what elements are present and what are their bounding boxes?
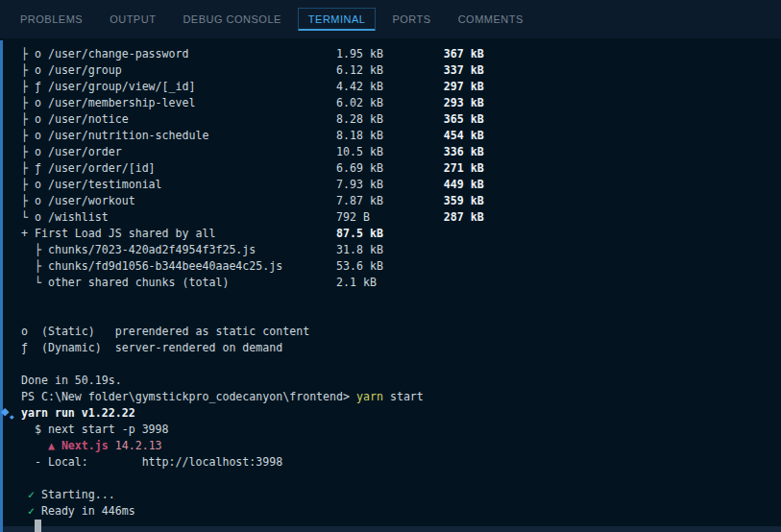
terminal-text-segment: ├ o /user/testimonial 7.93 kB [21, 178, 444, 191]
route-row: ├ o /user/order 10.5 kB 336 kB [21, 144, 781, 160]
tab-debug-console[interactable]: DEBUG CONSOLE [172, 8, 291, 31]
terminal-text-segment: o (Static) prerendered as static content [21, 325, 309, 338]
yarn-version-row: yarn run v1.22.22 [21, 405, 781, 422]
terminal-text-segment: 359 kB [444, 194, 484, 207]
terminal-view[interactable]: ◆ ◆ ├ o /user/change-password 1.95 kB 36… [0, 38, 781, 532]
route-row: └ o /wishlist 792 B 287 kB [21, 209, 781, 226]
terminal-text-segment: + First Load JS shared by all [21, 227, 336, 240]
route-row: ├ ƒ /user/order/[id] 6.69 kB 271 kB [21, 160, 781, 177]
terminal-text-segment: 297 kB [444, 80, 484, 93]
command-row: $ next start -p 3998 [21, 422, 781, 438]
check-icon: ✓ [28, 488, 35, 501]
done-row: Done in 50.19s. [21, 373, 781, 389]
terminal-text-segment: └ o /wishlist 792 B [21, 210, 444, 224]
terminal-left-decoration-bar [0, 40, 3, 532]
chunk-row: ├ chunks/7023-420ad2f4954f3f25.js 31.8 k… [21, 242, 781, 258]
terminal-text-segment: ├ o /user/membership-level 6.02 kB [21, 96, 444, 109]
terminal-text-segment: yarn [356, 390, 383, 403]
status-row: ✓ Ready in 446ms [21, 503, 781, 520]
status-row: ✓ Starting... [21, 487, 781, 503]
local-url-row: - Local: http://localhost:3998 [21, 454, 781, 471]
terminal-text-segment: ├ ƒ /user/group/view/[_id] 4.42 kB [21, 80, 444, 93]
terminal-text-segment: ƒ (Dynamic) server-rendered on demand [21, 341, 282, 354]
terminal-text-segment: ├ ƒ /user/order/[id] 6.69 kB [21, 161, 444, 175]
terminal-text-segment: Ready in 446ms [35, 504, 135, 518]
terminal-text-segment: ├ o /user/workout 7.87 kB [21, 194, 444, 207]
route-row: ├ o /user/workout 7.87 kB 359 kB [21, 193, 781, 209]
terminal-text-segment: 271 kB [444, 161, 484, 175]
terminal-text-segment: $ next start -p 3998 [21, 423, 169, 436]
terminal-text-segment: 367 kB [444, 47, 484, 60]
tab-output[interactable]: OUTPUT [99, 8, 166, 31]
check-icon: ✓ [28, 504, 35, 518]
nextjs-triangle-icon: ▲ Next.js [48, 439, 109, 452]
terminal-text-segment: Done in 50.19s. [21, 374, 122, 387]
terminal-text-segment: yarn run v1.22.22 [21, 406, 135, 420]
legend-row: o (Static) prerendered as static content [21, 324, 781, 340]
summary-row: + First Load JS shared by all 87.5 kB [21, 226, 781, 242]
terminal-text-segment [21, 488, 28, 501]
panel-bottom-edge [0, 526, 781, 532]
command-decoration-icon[interactable]: ◆ ◆ [1, 405, 16, 422]
blank-line [21, 471, 781, 487]
terminal-text-segment: 293 kB [444, 96, 484, 109]
nextjs-banner-row: ▲ Next.js 14.2.13 [21, 438, 781, 454]
terminal-text-segment: - Local: http://localhost:3998 [21, 455, 282, 469]
terminal-text-segment: ├ o /user/nutrition-schedule 8.18 kB [21, 129, 444, 142]
tab-problems[interactable]: PROBLEMS [10, 8, 93, 31]
terminal-text-segment: PS C:\New folder\gymstickpro_codecanyon\… [21, 390, 356, 403]
tab-ports[interactable]: PORTS [381, 8, 441, 31]
terminal-text-segment [21, 439, 48, 452]
chunk-row: └ other shared chunks (total) 2.1 kB [21, 275, 781, 291]
terminal-text-segment: 287 kB [444, 210, 484, 224]
terminal-text-segment: 14.2.13 [109, 439, 162, 452]
blank-line [21, 356, 781, 373]
terminal-text-segment: start [383, 390, 424, 403]
terminal-text-segment: ├ o /user/order 10.5 kB [21, 145, 444, 158]
route-row: ├ o /user/change-password 1.95 kB 367 kB [21, 46, 781, 62]
panel-tab-bar: PROBLEMSOUTPUTDEBUG CONSOLETERMINALPORTS… [0, 0, 781, 38]
chunk-row: ├ chunks/fd9d1056-b344bee40aae4c25.js 53… [21, 258, 781, 275]
diamond-icon: ◆ [10, 414, 14, 420]
terminal-text-segment: ├ chunks/fd9d1056-b344bee40aae4c25.js 53… [21, 259, 383, 273]
tab-comments[interactable]: COMMENTS [448, 8, 534, 31]
terminal-text-segment: ├ o /user/notice 8.28 kB [21, 112, 444, 126]
terminal-cursor [35, 520, 41, 532]
route-row: ├ o /user/membership-level 6.02 kB 293 k… [21, 95, 781, 111]
terminal-text-segment: 87.5 kB [336, 227, 383, 240]
diamond-icon: ◆ [1, 406, 9, 417]
vscode-bottom-panel: PROBLEMSOUTPUTDEBUG CONSOLETERMINALPORTS… [0, 0, 781, 532]
terminal-text-segment: ├ chunks/7023-420ad2f4954f3f25.js 31.8 k… [21, 243, 383, 256]
terminal-text-segment: 337 kB [444, 63, 484, 77]
route-row: ├ ƒ /user/group/view/[_id] 4.42 kB 297 k… [21, 79, 781, 95]
route-row: ├ o /user/notice 8.28 kB 365 kB [21, 111, 781, 128]
blank-line [21, 291, 781, 307]
terminal-text-segment: Starting... [35, 488, 115, 501]
route-row: ├ o /user/nutrition-schedule 8.18 kB 454… [21, 128, 781, 144]
terminal-text-segment: 365 kB [444, 112, 484, 126]
terminal-text-segment: 336 kB [444, 145, 484, 158]
terminal-text-segment: ├ o /user/change-password 1.95 kB [21, 47, 444, 60]
legend-row: ƒ (Dynamic) server-rendered on demand [21, 340, 781, 356]
route-row: ├ o /user/testimonial 7.93 kB 449 kB [21, 177, 781, 193]
blank-line [21, 307, 781, 324]
terminal-text-segment: 449 kB [444, 178, 484, 191]
terminal-text-segment: └ other shared chunks (total) 2.1 kB [21, 276, 377, 289]
terminal-text-segment [21, 504, 28, 518]
prompt-row: PS C:\New folder\gymstickpro_codecanyon\… [21, 389, 781, 405]
terminal-output: ├ o /user/change-password 1.95 kB 367 kB… [0, 38, 781, 532]
terminal-text-segment: ├ o /user/group 6.12 kB [21, 63, 444, 77]
terminal-text-segment: 454 kB [444, 129, 484, 142]
tab-terminal[interactable]: TERMINAL [298, 8, 377, 31]
route-row: ├ o /user/group 6.12 kB 337 kB [21, 62, 781, 79]
